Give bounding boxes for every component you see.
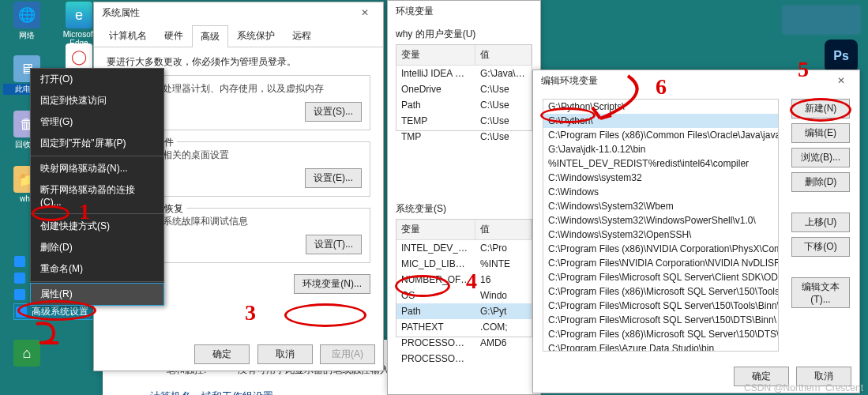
profile-settings-button[interactable]: 设置(E)... — [305, 168, 362, 188]
list-item[interactable]: C:\Program Files\NVIDIA Corporation\NVID… — [543, 256, 778, 270]
user-vars-label: why 的用户变量(U) — [396, 28, 532, 41]
list-item[interactable]: C:\Program Files (x86)\Common Files\Orac… — [543, 128, 778, 142]
link-advanced-system-settings[interactable]: 高级系统设置 — [14, 304, 101, 319]
shield-icon — [16, 307, 27, 318]
shield-icon — [14, 289, 25, 300]
ctx-manage[interactable]: 管理(G) — [31, 111, 163, 133]
list-item[interactable]: C:\Program Files\Microsoft SQL Server\15… — [543, 313, 778, 327]
move-up-button[interactable]: 上移(U) — [791, 213, 850, 232]
tab-hardware[interactable]: 硬件 — [156, 24, 192, 47]
icon-green[interactable]: ⌂ — [3, 340, 51, 368]
list-item[interactable]: G:\Java\jdk-11.0.12\bin — [543, 142, 778, 156]
environment-variables-window: 环境变量 why 的用户变量(U) 变量值 IntelliJ IDEA Comm… — [387, 0, 541, 395]
list-item[interactable]: %INTEL_DEV_REDIST%redist\intel64\compile… — [543, 156, 778, 171]
close-icon[interactable]: ✕ — [828, 75, 855, 86]
table-row[interactable]: PROCESSOR_IDENTIFIER — [396, 351, 532, 367]
list-item[interactable]: C:\Program Files (x86)\NVIDIA Corporatio… — [543, 242, 778, 256]
tab-advanced[interactable]: 高级 — [192, 25, 228, 47]
sysprops-title: 系统属性 — [102, 6, 140, 20]
table-row[interactable]: PROCESSOR_ARCHITECTUREAMD6 — [396, 335, 532, 351]
table-row[interactable]: TEMPC:\Use — [396, 113, 532, 129]
table-row[interactable]: IntelliJ IDEA Community Ed...G:\Java\ide… — [396, 66, 532, 81]
list-item[interactable]: C:\Program Files\Microsoft SQL Server\15… — [543, 299, 778, 313]
list-item[interactable]: C:\Windows\System32\WindowsPowerShell\v1… — [543, 213, 778, 228]
table-row[interactable]: PathG:\Pyt — [396, 303, 532, 319]
tab-system-protect[interactable]: 系统保护 — [228, 24, 284, 47]
sysprops-apply-button[interactable]: 应用(A) — [320, 344, 375, 364]
sysprops-ok-button[interactable]: 确定 — [194, 344, 250, 364]
list-item[interactable]: G:\Python\ — [543, 114, 778, 128]
envvars-titlebar[interactable]: 环境变量 — [388, 1, 540, 21]
delete-button[interactable]: 删除(D) — [791, 172, 850, 192]
list-item[interactable]: C:\Program Files (x86)\Microsoft SQL Ser… — [543, 327, 778, 341]
ctx-pin-start[interactable]: 固定到"开始"屏幕(P) — [31, 133, 163, 154]
list-item[interactable]: C:\Windows\System32\OpenSSH\ — [543, 228, 778, 242]
browse-button[interactable]: 浏览(B)... — [791, 148, 850, 167]
ctx-rename[interactable]: 重命名(M) — [31, 258, 163, 280]
environment-variables-button[interactable]: 环境变量(N)... — [294, 274, 370, 294]
startup-settings-button[interactable]: 设置(T)... — [306, 235, 362, 254]
edit-env-var-window: 编辑环境变量 ✕ G:\Python\Scripts\G:\Python\C:\… — [532, 70, 860, 393]
ctx-properties[interactable]: 属性(R) — [31, 284, 163, 305]
icon-network[interactable]: 🌐网络 — [3, 2, 51, 41]
admin-note: 要进行大多数更改，你必须作为管理员登录。 — [107, 55, 370, 69]
edit-button[interactable]: 编辑(E) — [791, 123, 850, 143]
path-entries-list[interactable]: G:\Python\Scripts\G:\Python\C:\Program F… — [543, 99, 779, 352]
ctx-shortcut[interactable]: 创建快捷方式(S) — [31, 216, 163, 237]
table-row[interactable]: PathC:\Use — [396, 97, 532, 113]
tab-computer-name[interactable]: 计算机名 — [100, 24, 156, 47]
sysprops-titlebar[interactable]: 系统属性 ✕ — [94, 2, 383, 23]
shield-icon — [14, 256, 25, 267]
sys-vars-table[interactable]: 变量值 INTEL_DEV_REDISTC:\ProMIC_LD_LIBRARY… — [396, 219, 532, 337]
move-down-button[interactable]: 下移(O) — [791, 237, 850, 257]
editenv-titlebar[interactable]: 编辑环境变量 ✕ — [533, 70, 859, 91]
ctx-open[interactable]: 打开(O) — [31, 69, 163, 90]
blurred-region — [782, 5, 861, 35]
watermark: CSDN @Northern_Crescent — [744, 382, 863, 393]
ctx-pin-quick[interactable]: 固定到快速访问 — [31, 90, 163, 111]
table-row[interactable]: PATHEXT.COM; — [396, 319, 532, 335]
ctx-map-drive[interactable]: 映射网络驱动器(N)... — [31, 158, 163, 179]
sysprops-cancel-button[interactable]: 取消 — [257, 344, 313, 364]
list-item[interactable]: C:\Windows\system32 — [543, 171, 778, 185]
list-item[interactable]: C:\Windows — [543, 185, 778, 199]
ctx-delete[interactable]: 删除(D) — [31, 237, 163, 258]
table-row[interactable]: MIC_LD_LIBRARY_PATH%INTE — [396, 256, 532, 272]
ctx-disconnect-drive[interactable]: 断开网络驱动器的连接(C)... — [31, 179, 163, 212]
envvars-title: 环境变量 — [396, 5, 434, 18]
list-item[interactable]: C:\Program Files\Microsoft SQL Server\Cl… — [543, 270, 778, 284]
edit-text-button[interactable]: 编辑文本(T)... — [791, 277, 850, 308]
icon-ps[interactable]: Ps — [825, 40, 868, 73]
table-row[interactable]: INTEL_DEV_REDISTC:\Pro — [396, 240, 532, 256]
perf-settings-button[interactable]: 设置(S)... — [305, 102, 362, 122]
user-vars-table[interactable]: 变量值 IntelliJ IDEA Community Ed...G:\Java… — [396, 44, 532, 131]
list-item[interactable]: C:\Windows\System32\Wbem — [543, 199, 778, 213]
shield-icon — [14, 273, 25, 284]
context-menu: 打开(O) 固定到快速访问 管理(G) 固定到"开始"屏幕(P) 映射网络驱动器… — [30, 68, 164, 306]
list-item[interactable]: C:\Program Files (x86)\Microsoft SQL Ser… — [543, 284, 778, 299]
table-row[interactable]: TMPC:\Use — [396, 129, 532, 145]
table-row[interactable]: NUMBER_OF_PROCESSORS16 — [396, 272, 532, 288]
editenv-title: 编辑环境变量 — [541, 74, 598, 88]
sysprops-tabs: 计算机名 硬件 高级 系统保护 远程 — [94, 24, 383, 47]
table-row[interactable]: OneDriveC:\Use — [396, 81, 532, 97]
tab-remote[interactable]: 远程 — [284, 24, 320, 47]
list-item[interactable]: C:\Program Files\Azure Data Studio\bin — [543, 341, 778, 352]
new-button[interactable]: 新建(N) — [791, 99, 850, 118]
close-icon[interactable]: ✕ — [351, 7, 378, 18]
sys-vars-label: 系统变量(S) — [396, 202, 532, 216]
list-item[interactable]: G:\Python\Scripts\ — [543, 100, 778, 114]
table-row[interactable]: OSWindo — [396, 288, 532, 303]
